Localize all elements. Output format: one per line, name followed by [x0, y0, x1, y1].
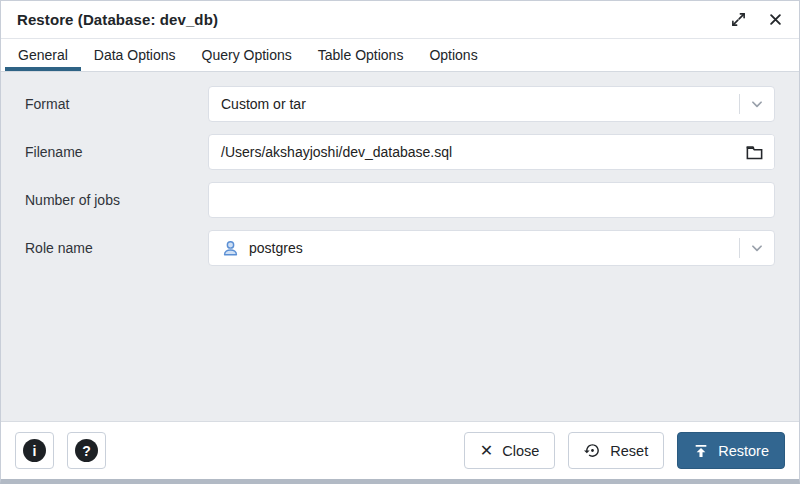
user-icon [221, 239, 240, 258]
close-button-label: Close [502, 443, 539, 459]
format-row: Format Custom or tar [25, 86, 775, 122]
dialog-title: Restore (Database: dev_db) [17, 11, 218, 28]
tab-query-options[interactable]: Query Options [189, 39, 305, 71]
close-button[interactable]: ✕ Close [464, 432, 555, 469]
dialog-titlebar: Restore (Database: dev_db) [1, 1, 799, 39]
reset-button[interactable]: Reset [568, 432, 664, 469]
tab-data-options[interactable]: Data Options [81, 39, 189, 71]
info-icon: i [23, 439, 46, 462]
dialog-footer: i ? ✕ Close Reset Restore [1, 421, 799, 479]
dialog-tabs: General Data Options Query Options Table… [1, 39, 799, 72]
restore-dialog: Restore (Database: dev_db) General Data … [0, 0, 800, 484]
tab-options[interactable]: Options [416, 39, 490, 71]
role-select[interactable]: postgres [208, 230, 775, 266]
filename-row: Filename /Users/akshayjoshi/dev_database… [25, 134, 775, 170]
role-row: Role name postgres [25, 230, 775, 266]
maximize-icon[interactable] [731, 12, 746, 27]
tab-general[interactable]: General [5, 39, 81, 71]
format-value: Custom or tar [221, 96, 306, 112]
upload-icon [693, 443, 709, 459]
general-tab-panel: Format Custom or tar Filename /Users/aks… [1, 72, 799, 421]
format-label: Format [25, 96, 208, 112]
role-label: Role name [25, 240, 208, 256]
jobs-label: Number of jobs [25, 192, 208, 208]
role-value: postgres [249, 240, 303, 256]
close-x-icon: ✕ [480, 443, 493, 459]
info-button[interactable]: i [15, 432, 54, 469]
jobs-row: Number of jobs [25, 182, 775, 218]
reset-button-label: Reset [610, 443, 648, 459]
filename-label: Filename [25, 144, 208, 160]
browse-folder-icon[interactable] [734, 135, 774, 169]
filename-value: /Users/akshayjoshi/dev_database.sql [221, 144, 452, 160]
format-select[interactable]: Custom or tar [208, 86, 775, 122]
chevron-down-icon[interactable] [740, 241, 774, 255]
restore-button[interactable]: Restore [677, 432, 785, 469]
close-icon[interactable] [768, 12, 783, 27]
reset-icon [584, 442, 601, 459]
jobs-input[interactable] [208, 182, 775, 218]
help-button[interactable]: ? [67, 432, 106, 469]
tab-table-options[interactable]: Table Options [305, 39, 417, 71]
filename-input[interactable]: /Users/akshayjoshi/dev_database.sql [208, 134, 775, 170]
restore-button-label: Restore [718, 443, 769, 459]
chevron-down-icon[interactable] [740, 97, 774, 111]
help-icon: ? [75, 439, 98, 462]
titlebar-actions [731, 12, 783, 27]
